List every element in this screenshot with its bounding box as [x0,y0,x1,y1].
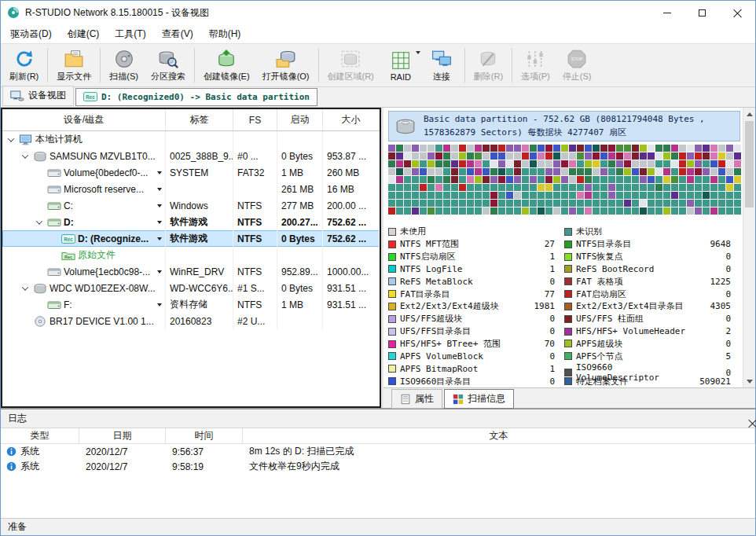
toolbar-refresh-button[interactable]: 刷新(R) [3,45,45,86]
tree-row-boot-cell [277,313,323,329]
drive-icon [47,217,61,228]
minimize-button[interactable] [649,1,684,24]
tab-scan-result[interactable]: RecD: (Recognized0) -> Basic data partit… [75,88,317,106]
toolbar-partition-search-button[interactable]: 分区搜索 [145,45,192,86]
tree-row-11[interactable]: BR17 DEVICE V1.00 1...20160823#2 U... [2,313,380,329]
toolbar: 刷新(R)显示文件扫描(S)分区搜索创建镜像(E)打开镜像(O)创建区域(R)R… [1,43,755,87]
tree-row-10[interactable]: F:资料存储NTFS1 MB931.51 ... [2,296,380,313]
tree-column-header-2[interactable]: FS [233,109,277,130]
toolbar-scan-button[interactable]: 扫描(S) [103,45,145,86]
row-dropdown-icon[interactable] [157,188,162,191]
tree-row-3[interactable]: Microsoft reserve...261 MB16 MB [2,181,380,197]
log-column-header-0[interactable]: 类型 [1,428,79,443]
legend-swatch [564,352,572,360]
app-logo-icon [7,6,20,19]
log-row-1[interactable]: 系统2020/12/79:58:19文件枚举在9秒内完成 [1,459,755,474]
connect-icon [431,49,452,69]
expander-icon[interactable] [20,154,31,159]
tree-row-boot-cell: 261 MB [277,181,323,197]
legend-swatch [388,328,396,336]
scroll-up-button[interactable] [743,108,755,120]
toolbar-stop-label: 停止(S) [563,71,592,83]
row-dropdown-icon[interactable] [157,303,162,307]
tree-row-fs-cell: NTFS [233,296,277,313]
menu-item-0[interactable]: 驱动器(D) [2,25,60,43]
expander-icon[interactable] [6,138,17,142]
close-button[interactable] [720,1,755,24]
raid-dropdown-icon[interactable] [416,51,420,54]
log-date-cell: 2020/12/7 [79,461,166,472]
tab-scan-information[interactable]: 扫描信息 [444,389,514,409]
log-column-header-3[interactable]: 文本 [243,428,755,443]
tree-column-header-3[interactable]: 启动 [277,109,323,130]
log-type-text: 系统 [20,460,39,473]
tree-column-header-0[interactable]: 设备/磁盘 [2,109,166,130]
tree-row-2[interactable]: Volume{0bedecf0-...SYSTEMFAT321 MB260 MB [2,164,380,181]
tree-row-5[interactable]: D:软件游戏NTFS200.27...752.62 ... [2,214,380,230]
toolbar-open-image-button[interactable]: 打开镜像(O) [256,45,316,86]
row-dropdown-icon[interactable] [157,204,162,207]
tree-row-6[interactable]: RecD: (Recognize...软件游戏NTFS0 Bytes752.62… [2,230,380,247]
toolbar-delete-button: 删除(R) [468,45,509,86]
tree-row-device-cell: SAMSUNG MZVLB1T0... [2,148,166,164]
toolbar-create-image-button[interactable]: 创建镜像(E) [197,45,256,86]
toolbar-delete-label: 删除(R) [474,71,503,83]
row-dropdown-icon[interactable] [157,171,162,174]
device-tree-body: 本地计算机SAMSUNG MZVLB1T0...0025_388B_9...#0… [2,131,380,406]
toolbar-create-region-button: 创建区域(R) [321,45,380,86]
legend-item-right-5: FAT启动扇区0 [564,288,740,300]
tree-row-9[interactable]: WDC WD10EZEX-08W...WD-WCC6Y6...#1 S...0 … [2,280,380,296]
legend-label: FAT 表格项 [576,276,699,288]
svg-text:Rec: Rec [86,94,95,100]
toolbar-raid-button[interactable]: RAID [380,45,421,86]
maximize-button[interactable] [684,1,720,24]
toolbar-show-files-button[interactable]: 显示文件 [50,45,97,86]
menu-item-4[interactable]: 帮助(H) [201,25,249,43]
toolbar-connect-button[interactable]: 连接 [421,45,462,86]
tree-row-4[interactable]: C:WindowsNTFS277 MB200.00 ... [2,197,380,214]
row-dropdown-icon[interactable] [157,237,162,240]
tree-column-header-1[interactable]: 标签 [166,109,233,130]
tree-row-name: 本地计算机 [35,133,83,146]
chevron-down-icon [22,152,28,158]
device-tree-pane: 设备/磁盘标签FS启动大小 本地计算机SAMSUNG MZVLB1T0...00… [1,108,381,408]
tree-row-boot-cell: 200.27... [277,214,323,230]
log-row-0[interactable]: 系统2020/12/79:56:378m 12s 的 D: 扫描已完成 [1,444,755,459]
info-icon [6,461,17,472]
legend-item-right-4: FAT 表格项1225 [564,275,740,288]
expander-icon[interactable] [20,286,31,291]
legend-count: 27 [523,239,564,249]
scan-blockmap[interactable] [388,145,742,215]
row-dropdown-icon[interactable] [157,221,162,224]
tree-row-0[interactable]: 本地计算机 [2,131,380,148]
tree-row-1[interactable]: SAMSUNG MZVLB1T0...0025_388B_9...#0 ...0… [2,148,380,164]
legend-swatch [388,303,396,310]
show-files-icon [64,49,84,69]
info-icon [6,446,17,457]
scroll-down-icon [747,380,753,384]
legend-swatch [564,228,572,236]
toolbar-show-files-label: 显示文件 [57,71,91,83]
scroll-down-button[interactable] [743,375,755,387]
scrollbar-thumb[interactable] [745,121,754,207]
log-column-header-1[interactable]: 日期 [79,428,166,443]
menu-item-1[interactable]: 创建(C) [60,25,108,43]
partition-summary[interactable]: Basic data partition - 752.62 GB (808121… [388,111,740,141]
right-scrollbar[interactable] [743,108,755,387]
menu-item-2[interactable]: 工具(T) [107,25,153,43]
legend-label: UFS/FFS目录条目 [400,325,523,337]
log-column-header-2[interactable]: 时间 [166,428,243,443]
tab-device-view[interactable]: 设备视图 [2,86,74,106]
menu-item-3[interactable]: 查看(V) [154,25,201,43]
log-type-cell: 系统 [1,460,79,473]
tab-properties[interactable]: 属性 [391,389,442,409]
tree-row-device-cell: 本地计算机 [2,131,166,148]
tree-row-7[interactable]: Rec原始文件 [2,247,380,263]
row-dropdown-icon[interactable] [157,270,162,274]
legend-count: 77 [523,289,564,299]
legend-item-left-0: 未使用 [388,226,564,238]
tree-column-header-4[interactable]: 大小 [323,109,380,130]
expander-icon[interactable] [34,220,45,225]
tree-row-8[interactable]: Volume{1ecb0c98-...WinRE_DRVNTFS952.89..… [2,263,380,280]
tree-row-label-cell: 20160823 [166,313,233,329]
